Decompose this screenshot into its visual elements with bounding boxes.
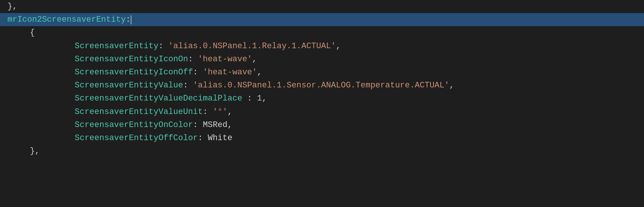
line-14: },	[0, 145, 644, 158]
token-punctuation: :	[188, 55, 198, 64]
token-key: mrIcon2ScreensaverEntity	[7, 15, 126, 24]
line-11: ScreensaverEntityOnColor: MSRed,	[0, 118, 644, 132]
token-punctuation: :	[193, 68, 203, 77]
token-string: 'heat-wave'	[203, 68, 257, 77]
line-5: ScreensaverEntity: 'alias.0.NSPanel.1.Re…	[0, 40, 644, 53]
token-punctuation: :	[158, 41, 168, 51]
text-cursor	[131, 15, 131, 24]
token-punctuation: :	[193, 120, 203, 130]
token-string: 'alias.0.NSPanel.1.Relay.1.ACTUAL'	[168, 41, 336, 51]
line-8: ScreensaverEntityValue: 'alias.0.NSPanel…	[0, 79, 644, 92]
token-punctuation: :	[203, 107, 212, 117]
token-plain: MSRed	[203, 120, 227, 130]
token-string: 'heat-wave'	[198, 55, 252, 64]
token-key: ScreensaverEntityIconOff	[75, 68, 193, 77]
token-punctuation: :	[126, 15, 131, 24]
token-punctuation: ,	[252, 55, 257, 64]
token-string: 'alias.0.NSPanel.1.Sensor.ANALOG.Tempera…	[193, 81, 449, 90]
token-punctuation: ,	[227, 120, 232, 130]
line-1: },	[0, 0, 644, 13]
line-2: mrIcon2ScreensaverEntity:	[0, 13, 644, 26]
token-punctuation: ,	[257, 68, 262, 77]
line-3: {	[0, 26, 644, 39]
token-punctuation: },	[30, 146, 40, 156]
token-plain: White	[208, 133, 232, 143]
line-12: ScreensaverEntityOffColor: White	[0, 132, 644, 145]
token-punctuation: ,	[336, 41, 341, 51]
token-punctuation: ,	[262, 94, 267, 103]
token-key: ScreensaverEntityOnColor	[75, 120, 193, 130]
token-punctuation: ,	[227, 107, 232, 117]
token-key: ScreensaverEntityValue	[75, 81, 183, 90]
token-punctuation: :	[183, 81, 193, 90]
token-key: ScreensaverEntityOffColor	[75, 133, 198, 143]
code-editor: },mrIcon2ScreensaverEntity:{ScreensaverE…	[0, 0, 644, 207]
token-key: ScreensaverEntity	[75, 41, 158, 51]
line-9: ScreensaverEntityValueDecimalPlace : 1,	[0, 92, 644, 105]
token-punctuation: {	[30, 28, 35, 37]
token-string: '°'	[213, 107, 228, 117]
token-punctuation: },	[7, 2, 17, 11]
token-number: 1	[257, 94, 262, 103]
line-10: ScreensaverEntityValueUnit: '°',	[0, 105, 644, 118]
token-punctuation: :	[198, 133, 208, 143]
line-6: ScreensaverEntityIconOn: 'heat-wave',	[0, 53, 644, 66]
token-punctuation: ,	[449, 81, 454, 90]
token-key: ScreensaverEntityValueDecimalPlace	[75, 94, 242, 103]
token-punctuation: :	[242, 94, 257, 103]
line-7: ScreensaverEntityIconOff: 'heat-wave',	[0, 66, 644, 79]
token-key: ScreensaverEntityIconOn	[75, 55, 188, 64]
token-key: ScreensaverEntityValueUnit	[75, 107, 203, 117]
